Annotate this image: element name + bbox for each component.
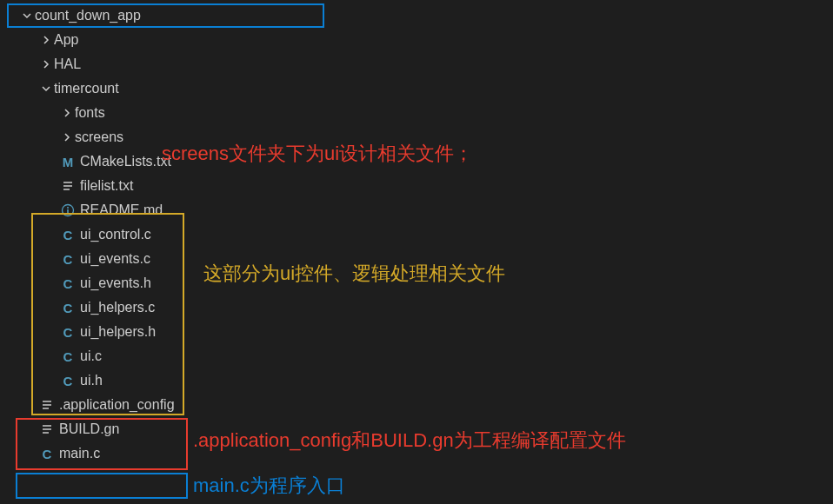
text-file-icon — [38, 423, 56, 435]
c-file-icon: C — [59, 276, 77, 291]
tree-file-ui-h[interactable]: C ui.h — [0, 368, 833, 393]
c-file-icon: C — [38, 447, 56, 461]
tree-file-ui-helpers-h[interactable]: C ui_helpers.h — [0, 320, 833, 344]
svg-point-1 — [67, 207, 69, 209]
tree-file-readme[interactable]: README.md — [0, 198, 833, 222]
annotation-ui-group: 这部分为ui控件、逻辑处理相关文件 — [203, 261, 505, 287]
c-file-icon: C — [59, 325, 77, 340]
annotation-screens: screens文件夹下为ui设计相关文件； — [162, 141, 473, 167]
file-label: ui_helpers.c — [80, 300, 155, 315]
file-label: ui.c — [80, 348, 102, 364]
tree-file-application-config[interactable]: .application_config — [0, 393, 833, 417]
file-label: ui_events.h — [80, 275, 151, 291]
file-label: ui.h — [80, 373, 103, 388]
c-file-icon: C — [59, 252, 77, 267]
folder-label: timercount — [54, 81, 119, 96]
tree-folder-timercount[interactable]: timercount — [0, 76, 833, 101]
m-file-icon: M — [59, 155, 77, 169]
c-file-icon: C — [59, 374, 77, 388]
file-label: ui_helpers.h — [80, 324, 156, 340]
file-label: CMakeLists.txt — [80, 154, 171, 169]
tree-folder-root[interactable]: count_down_app — [7, 3, 324, 28]
chevron-right-icon — [59, 132, 75, 143]
tree-file-ui-helpers-c[interactable]: C ui_helpers.c — [0, 295, 833, 320]
tree-file-ui-control-c[interactable]: C ui_control.c — [0, 222, 833, 247]
tree-file-ui-c[interactable]: C ui.c — [0, 344, 833, 368]
chevron-down-icon — [19, 10, 35, 21]
file-label: ui_events.c — [80, 251, 150, 267]
file-label: BUILD.gn — [59, 421, 119, 437]
chevron-down-icon — [38, 83, 54, 94]
text-file-icon — [38, 399, 56, 411]
folder-label: HAL — [54, 56, 81, 72]
tree-file-filelist[interactable]: filelist.txt — [0, 174, 833, 198]
file-label: ui_control.c — [80, 227, 151, 242]
file-label: filelist.txt — [80, 178, 133, 194]
file-tree: count_down_app App HAL timercount fonts … — [0, 0, 833, 466]
annotation-build: .application_config和BUILD.gn为工程编译配置文件 — [193, 428, 626, 454]
folder-label: screens — [75, 129, 123, 145]
chevron-right-icon — [38, 59, 54, 70]
file-label: .application_config — [59, 397, 175, 413]
chevron-right-icon — [38, 35, 54, 45]
c-file-icon: C — [59, 349, 77, 364]
folder-label: App — [54, 32, 78, 48]
tree-folder-fonts[interactable]: fonts — [0, 101, 833, 125]
tree-folder-app[interactable]: App — [0, 28, 833, 52]
c-file-icon: C — [59, 228, 77, 242]
folder-label: fonts — [75, 105, 105, 121]
folder-label: count_down_app — [35, 8, 141, 23]
chevron-right-icon — [59, 108, 75, 118]
annotation-main: main.c为程序入口 — [193, 473, 345, 499]
info-file-icon — [59, 203, 77, 217]
file-label: README.md — [80, 202, 163, 218]
text-file-icon — [59, 180, 77, 192]
tree-folder-hal[interactable]: HAL — [0, 52, 833, 76]
c-file-icon: C — [59, 301, 77, 315]
svg-rect-2 — [67, 209, 69, 214]
file-label: main.c — [59, 446, 100, 461]
highlight-main-file — [16, 473, 188, 499]
